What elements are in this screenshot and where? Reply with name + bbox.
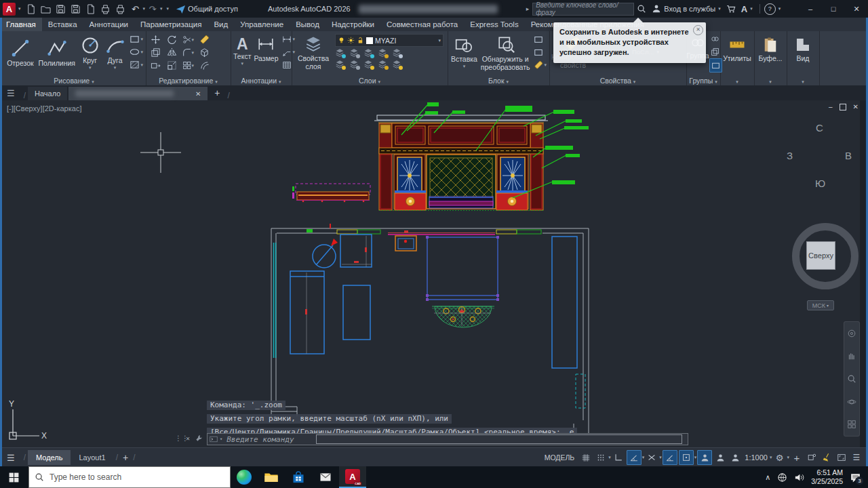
edge-icon[interactable] xyxy=(231,466,258,488)
cart-icon[interactable] xyxy=(724,2,738,16)
autocad-logo[interactable]: A xyxy=(3,3,16,16)
tab-sovmestnaya-rabota[interactable]: Совместная работа xyxy=(380,18,464,31)
snap-chevron-icon[interactable]: ▾ xyxy=(608,455,611,460)
annotation-visibility-toggle[interactable] xyxy=(697,450,712,465)
tab-nadstroyki[interactable]: Надстройки xyxy=(326,18,380,31)
redo-chevron-icon[interactable]: ▾ xyxy=(160,6,163,12)
layer-unisolate-button[interactable] xyxy=(349,60,360,70)
drawing-window-controls[interactable]: – ✕ xyxy=(829,103,859,110)
panel-view[interactable]: Вид ▾ xyxy=(787,31,820,85)
osnap-tracking-toggle[interactable] xyxy=(663,450,677,465)
tab-upravlenie[interactable]: Управление xyxy=(234,18,290,31)
file-explorer-icon[interactable] xyxy=(258,466,285,488)
command-close-icon[interactable]: ✕ xyxy=(186,434,190,442)
navigation-bar[interactable] xyxy=(844,321,860,436)
share-label[interactable]: Общий доступ xyxy=(188,5,238,13)
isodraft-chevron-icon[interactable]: ▾ xyxy=(659,455,662,460)
offset-button[interactable] xyxy=(199,60,210,71)
block-create-button[interactable] xyxy=(532,33,547,45)
graphics-performance-icon[interactable] xyxy=(820,451,833,464)
mirror-button[interactable] xyxy=(166,47,178,58)
save-as-button[interactable] xyxy=(68,2,83,16)
close-tab-icon[interactable]: ✕ xyxy=(195,90,201,98)
open-file-button[interactable] xyxy=(39,2,54,16)
layer-unlock-button[interactable] xyxy=(378,60,389,70)
copy-button[interactable] xyxy=(150,47,161,58)
layer-properties-button[interactable]: Свойства слоя xyxy=(294,33,332,70)
new-tab-button[interactable]: + xyxy=(214,87,220,98)
tray-expand-icon[interactable]: ∧ xyxy=(765,473,770,482)
annotation-autoscale-toggle[interactable] xyxy=(713,451,727,464)
arc-button[interactable]: Дуга ▾ xyxy=(104,33,127,70)
tab-start[interactable]: Начало xyxy=(28,87,67,100)
layout1-tab[interactable]: Layout1 xyxy=(71,450,113,465)
layer-lock-button[interactable] xyxy=(378,48,389,58)
print-button[interactable] xyxy=(113,2,128,16)
store-icon[interactable] xyxy=(285,466,312,488)
hatch-button[interactable]: ▾ xyxy=(129,58,143,71)
panel-clipboard[interactable]: Буфе... ▾ xyxy=(754,31,787,85)
polyline-button[interactable]: Полилиния xyxy=(37,36,77,68)
scale-chevron-icon[interactable]: ▾ xyxy=(770,455,772,460)
polar-tracking-toggle[interactable] xyxy=(627,450,642,465)
search-icon[interactable] xyxy=(634,2,649,16)
ortho-toggle[interactable] xyxy=(612,451,625,464)
viewcube-west[interactable]: З xyxy=(787,150,793,161)
drawing-canvas[interactable]: [-][Сверху][2D-каркас] – ✕ xyxy=(0,100,868,447)
layer-isolate-button[interactable] xyxy=(349,48,360,58)
block-attrib-button[interactable]: ▾ xyxy=(532,58,547,71)
layout-menu-icon[interactable]: ☰ xyxy=(7,453,15,463)
viewcube-south[interactable]: Ю xyxy=(815,178,825,189)
osnap-toggle[interactable] xyxy=(679,450,694,465)
batch-plot-button[interactable] xyxy=(98,2,113,16)
command-window[interactable]: Команда: '_.zoom Укажите угол рамки, вве… xyxy=(175,397,692,445)
help-chevron-icon[interactable]: ▾ xyxy=(778,6,781,12)
insert-block-button[interactable]: Вставка▾ xyxy=(450,33,478,68)
mail-icon[interactable] xyxy=(312,466,339,488)
system-clock[interactable]: 6:51 AM 3/25/2025 xyxy=(811,468,843,486)
layer-dropdown[interactable]: MYAZI ▾ xyxy=(335,34,443,47)
workspace-gear-icon[interactable]: ⚙ xyxy=(772,451,786,464)
layer-on-button[interactable] xyxy=(335,60,346,70)
layer-cleanup-button[interactable] xyxy=(392,60,403,70)
panel-utilities[interactable]: Утилиты ▾ xyxy=(720,31,755,85)
arrow-right-icon[interactable]: ▸ xyxy=(526,5,530,12)
model-tab[interactable]: Модель xyxy=(28,450,71,465)
signin-chevron-icon[interactable]: ▾ xyxy=(718,6,721,12)
notification-close-icon[interactable]: ✕ xyxy=(693,25,703,35)
fillet-button[interactable]: ▾ xyxy=(182,47,194,58)
model-space-button[interactable]: МОДЕЛЬ xyxy=(545,453,575,462)
redo-button[interactable]: ↷ xyxy=(145,2,160,16)
search-input[interactable]: Введите ключевое слово/фразу xyxy=(532,3,634,16)
trim-button[interactable]: ▾ xyxy=(182,35,194,45)
start-button[interactable] xyxy=(0,466,27,488)
viewcube-east[interactable]: В xyxy=(845,150,852,161)
detect-convert-button[interactable]: Обнаружить и преобразовать xyxy=(481,33,530,71)
command-input[interactable]: ▾ Введите команду xyxy=(207,433,688,445)
osnap-chevron-icon[interactable]: ▾ xyxy=(694,455,697,460)
viewcube-face-top[interactable]: Сверху xyxy=(806,241,835,270)
stretch-button[interactable] xyxy=(150,60,161,71)
annotation-scale-value[interactable]: 1:1000 xyxy=(745,453,768,462)
command-customize-icon[interactable] xyxy=(195,434,203,443)
maximize-button[interactable]: □ xyxy=(822,0,845,18)
tab-current-drawing[interactable]: ✕ xyxy=(68,87,208,100)
isolate-objects-button[interactable] xyxy=(805,451,818,464)
clean-screen-button[interactable] xyxy=(835,451,848,464)
panel-annotate-label[interactable]: Аннотации ▾ xyxy=(231,77,292,85)
layer-match-button[interactable] xyxy=(392,48,403,58)
save-button[interactable] xyxy=(54,2,68,16)
tab-vid[interactable]: Вид xyxy=(208,18,234,31)
help-icon[interactable]: ? xyxy=(764,3,776,15)
panel-layers-label[interactable]: Слои ▾ xyxy=(292,77,448,85)
ellipse-button[interactable]: ▾ xyxy=(129,45,143,58)
panel-modify-label[interactable]: Редактирование ▾ xyxy=(146,77,231,85)
layer-off-button[interactable] xyxy=(335,48,346,58)
user-icon[interactable] xyxy=(649,2,664,16)
grid-toggle[interactable] xyxy=(579,451,593,464)
tab-vyvod[interactable]: Вывод xyxy=(290,18,326,31)
dimension-button[interactable]: Размер xyxy=(254,33,278,63)
layer-freeze-button[interactable] xyxy=(363,48,374,58)
viewcube-ucs-menu[interactable]: МСК▾ xyxy=(807,300,834,310)
undo-button[interactable]: ↶ xyxy=(128,2,143,16)
